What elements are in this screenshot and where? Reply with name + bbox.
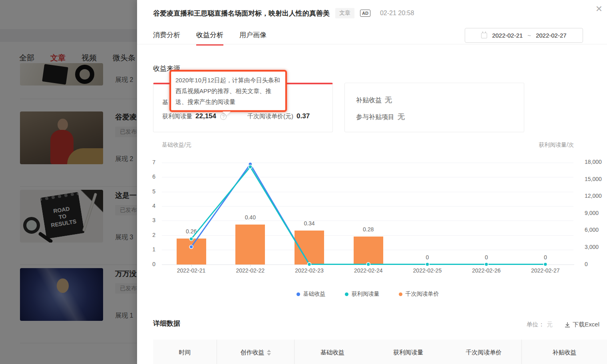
column-header-label: 补贴收益: [553, 349, 577, 356]
right-tick-label: 3,000: [585, 244, 599, 250]
right-tick-label: 15,000: [585, 176, 602, 182]
article-title: 谷爱凌直播和王思聪直播名场面对标，映射出人性的真善美: [153, 9, 330, 18]
column-header-4[interactable]: 获利阅读量: [370, 340, 446, 364]
legend-item[interactable]: 千次阅读单价: [399, 290, 439, 298]
data-point[interactable]: [426, 263, 429, 266]
ad-badge: AD: [360, 10, 370, 17]
revenue-analysis-modal: × 谷爱凌直播和王思聪直播名场面对标，映射出人性的真善美 文章 AD 02-21…: [137, 0, 607, 364]
profit-reads-value: 22,154: [195, 112, 216, 120]
legend-item[interactable]: 基础收益: [297, 290, 326, 298]
data-point[interactable]: [189, 245, 193, 249]
legend-label: 获利阅读量: [352, 290, 380, 298]
unit-price-label: 千次阅读单价(元): [247, 113, 293, 120]
screen: 全部文章视频微头条 展现 2 谷爱凌 已发布 展现 2 ROADTORESULT…: [0, 0, 607, 364]
right-tick-label: 18,000: [585, 159, 602, 165]
data-point[interactable]: [543, 263, 547, 266]
right-axis-title: 获利阅读量/次: [539, 141, 574, 149]
left-axis-title: 基础收益/元: [162, 141, 191, 149]
column-header-label: 时间: [179, 349, 191, 356]
data-point[interactable]: [308, 263, 311, 266]
chart-plot-area[interactable]: 0.260.400.340.280002022-02-212022-02-222…: [162, 158, 573, 282]
subsidy-label: 补贴收益: [356, 96, 382, 105]
detail-data-table: 时间创作收益基础收益获利阅读量千次阅读单价补贴收益: [153, 340, 607, 364]
legend-dot: [345, 292, 348, 296]
calendar-icon: [481, 33, 487, 38]
content-type-badge: 文章: [335, 8, 354, 18]
right-tick-label: 9,000: [585, 210, 599, 216]
right-tick-label: 6,000: [585, 227, 599, 233]
line-获利阅读量: [191, 167, 545, 265]
unit-value: 元: [547, 321, 553, 328]
analysis-tabs: 消费分析收益分析用户画像: [153, 30, 267, 46]
chart-legend: 基础收益获利阅读量千次阅读单价: [162, 290, 573, 298]
publish-timestamp: 02-21 20:58: [380, 10, 414, 17]
column-header-label: 基础收益: [320, 349, 344, 356]
left-tick-label: 0: [152, 261, 155, 267]
data-point[interactable]: [485, 263, 488, 266]
right-axis-tick-labels: 03,0006,0009,00012,00015,00018,000: [581, 158, 607, 282]
subsidy-card: 补贴收益 无 参与补贴项目 无: [344, 83, 524, 132]
download-excel-button[interactable]: 下载Excel: [565, 321, 599, 328]
legend-label: 千次阅读单价: [406, 290, 439, 298]
column-header-label: 获利阅读量: [393, 349, 423, 356]
left-tick-label: 6: [152, 173, 155, 180]
legend-dot: [399, 292, 402, 296]
legend-dot: [297, 292, 300, 296]
column-header-label: 创作收益: [241, 349, 265, 356]
data-point[interactable]: [189, 237, 193, 241]
column-header-5[interactable]: 千次阅读单价: [446, 340, 522, 364]
header-divider: [137, 44, 607, 44]
subsidy-project-label: 参与补贴项目: [356, 113, 394, 121]
tooltip-text: 2020年10月12日起，计算由今日头条和西瓜视频APP的推荐、相关文章、推送、…: [175, 77, 280, 105]
left-tick-label: 1: [152, 246, 155, 253]
date-range-picker[interactable]: 2022-02-21 ~ 2022-02-27: [465, 28, 583, 43]
data-point[interactable]: [249, 165, 252, 169]
left-tick-label: 3: [152, 217, 155, 223]
legend-label: 基础收益: [303, 290, 326, 298]
revenue-combo-chart: 01234567 0.260.400.340.280002022-02-2120…: [137, 158, 607, 282]
data-point[interactable]: [366, 263, 370, 266]
download-icon: [565, 322, 570, 328]
column-header-6[interactable]: 补贴收益: [522, 340, 607, 364]
table-header-row: 时间创作收益基础收益获利阅读量千次阅读单价补贴收益: [153, 340, 607, 364]
unit-price-value: 0.37: [297, 112, 310, 120]
profit-reads-label: 获利阅读量: [162, 113, 192, 120]
line-基础收益: [191, 164, 545, 265]
subsidy-project-value: 无: [398, 112, 405, 121]
left-tick-label: 7: [152, 159, 155, 165]
column-header-1[interactable]: 时间: [153, 340, 217, 364]
left-tick-label: 5: [152, 188, 155, 195]
left-axis-tick-labels: 01234567: [137, 158, 159, 282]
analysis-tab[interactable]: 用户画像: [239, 30, 267, 46]
subsidy-value: 无: [385, 95, 392, 105]
unit-label: 单位：: [526, 321, 544, 328]
date-range-start: 2022-02-21: [492, 32, 523, 39]
legend-item[interactable]: 获利阅读量: [345, 290, 380, 298]
analysis-tab[interactable]: 消费分析: [153, 30, 180, 46]
close-icon[interactable]: ×: [596, 3, 602, 14]
tooltip-arrow: [223, 111, 231, 115]
line-series-layer: [162, 158, 573, 282]
column-header-2[interactable]: 创作收益: [217, 340, 295, 364]
left-tick-label: 4: [152, 203, 155, 209]
partially-hidden-label: 基: [162, 99, 168, 106]
download-excel-label: 下载Excel: [573, 321, 599, 328]
left-tick-label: 2: [152, 232, 155, 238]
analysis-tab[interactable]: 收益分析: [196, 30, 223, 46]
right-tick-label: 0: [585, 261, 588, 267]
sort-carets-icon[interactable]: [267, 350, 271, 356]
column-header-label: 千次阅读单价: [466, 349, 502, 356]
detail-data-section-title: 详细数据: [153, 319, 180, 328]
right-tick-label: 12,000: [585, 193, 602, 199]
column-header-3[interactable]: 基础收益: [295, 340, 370, 364]
date-range-end: 2022-02-27: [536, 32, 567, 39]
date-range-separator: ~: [527, 32, 531, 39]
profit-reads-help-tooltip: 2020年10月12日起，计算由今日头条和西瓜视频APP的推荐、相关文章、推送、…: [170, 70, 287, 111]
